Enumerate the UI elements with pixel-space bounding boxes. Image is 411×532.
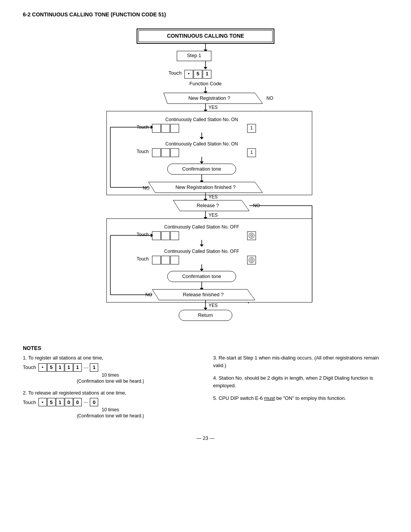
note-1-keys: • 5 1 1 1 ··· 1 — [38, 363, 99, 372]
svg-rect-29 — [161, 124, 170, 133]
note-2-touch-label: Touch — [23, 399, 36, 405]
svg-text:Touch: Touch — [137, 149, 149, 154]
svg-text:YES: YES — [209, 194, 218, 200]
svg-text:Release finished ?: Release finished ? — [183, 292, 224, 297]
svg-rect-73 — [170, 232, 179, 240]
svg-text:New Registration finished ?: New Registration finished ? — [175, 184, 236, 190]
svg-text:YES: YES — [209, 105, 218, 110]
note-5: 5. CPU DIP switch E-6 must be "ON" to em… — [213, 395, 388, 402]
svg-marker-101 — [204, 308, 207, 310]
svg-marker-8 — [204, 67, 207, 69]
key-1d: 1 — [90, 363, 98, 372]
note-4: 4. Station No. should be 2 digits in len… — [213, 374, 388, 389]
svg-rect-81 — [152, 256, 161, 264]
svg-text:NO: NO — [266, 96, 273, 101]
page-header: 6-2 CONTINUOUS CALLING TONE (FUNCTION CO… — [23, 11, 388, 18]
svg-text:Continuously Called Station No: Continuously Called Station No. OFF — [164, 249, 239, 254]
svg-text:5: 5 — [196, 71, 199, 77]
key-dot: • — [38, 363, 47, 372]
notes-left-col: 1. To register all stations at one time,… — [23, 354, 198, 424]
notes-section: NOTES 1. To register all stations at one… — [23, 345, 388, 424]
key-dot2: • — [38, 398, 47, 406]
svg-text:Confirmation tone: Confirmation tone — [182, 166, 221, 172]
note-2-keys: • 5 1 0 0 ··· 0 — [38, 398, 99, 406]
svg-rect-82 — [161, 256, 170, 264]
svg-text:Confirmation tone: Confirmation tone — [182, 273, 221, 279]
key-1b: 1 — [65, 363, 73, 372]
svg-text:Touch: Touch — [169, 70, 182, 76]
key-dots2: ··· — [84, 399, 88, 405]
svg-text:1: 1 — [250, 150, 253, 155]
svg-rect-83 — [170, 256, 179, 264]
flowchart-diagram: CONTINUOUS CALLING TONE Step 1 Touch • 5… — [61, 25, 350, 337]
note-1-touch: Touch • 5 1 1 1 ··· 1 — [23, 363, 198, 372]
svg-text:CONTINUOUS  CALLING  TONE: CONTINUOUS CALLING TONE — [167, 33, 244, 39]
svg-text:0: 0 — [250, 233, 253, 238]
svg-text:1: 1 — [206, 71, 208, 77]
note-3: 3. Re-start at Step 1 when mis-dialing o… — [213, 354, 388, 369]
svg-rect-72 — [161, 232, 170, 240]
note-1-text: 1. To register all stations at one time, — [23, 354, 198, 362]
svg-text:Step 1: Step 1 — [187, 53, 201, 58]
svg-text:New Registration ?: New Registration ? — [188, 95, 230, 101]
svg-rect-38 — [161, 149, 170, 157]
svg-text:Continuously Called Station No: Continuously Called Station No. OFF — [164, 224, 239, 230]
svg-text:Continuously Called Station No: Continuously Called Station No. ON — [166, 141, 238, 147]
svg-rect-28 — [152, 124, 161, 133]
key-1a: 1 — [56, 363, 64, 372]
svg-text:Touch: Touch — [137, 232, 149, 237]
note-4-text: 4. Station No. should be 2 digits in len… — [213, 374, 388, 389]
note-2-paren: (Confirmation tone will be heard.) — [23, 413, 198, 419]
svg-rect-39 — [170, 149, 179, 157]
note-2-sub: 10 times — [23, 407, 198, 412]
key-1e: 1 — [56, 398, 64, 406]
note-2: 2. To release all registered stations at… — [23, 389, 198, 419]
note-5-underline: must — [264, 395, 275, 401]
svg-text:Return: Return — [198, 312, 213, 318]
svg-text:YES: YES — [209, 212, 218, 218]
notes-right-col: 3. Re-start at Step 1 when mis-dialing o… — [213, 354, 388, 424]
key-0b: 0 — [73, 398, 82, 406]
svg-rect-37 — [152, 149, 161, 157]
key-dots: ··· — [84, 364, 88, 371]
svg-text:YES: YES — [209, 303, 218, 308]
note-1-sub: 10 times — [23, 372, 198, 378]
notes-title: NOTES — [23, 345, 388, 351]
svg-text:0: 0 — [250, 258, 253, 262]
notes-grid: 1. To register all stations at one time,… — [23, 354, 388, 424]
svg-text:1: 1 — [250, 125, 253, 131]
key-1c: 1 — [73, 363, 82, 372]
note-1: 1. To register all stations at one time,… — [23, 354, 198, 384]
key-0a: 0 — [65, 398, 73, 406]
svg-text:Release ?: Release ? — [197, 203, 219, 208]
key-5b: 5 — [47, 398, 56, 406]
page-number: — 23 — — [23, 435, 388, 441]
note-2-text: 2. To release all registered stations at… — [23, 389, 198, 397]
note-5-text: 5. CPU DIP switch E-6 must be "ON" to em… — [213, 395, 388, 402]
key-5: 5 — [47, 363, 56, 372]
svg-rect-71 — [152, 232, 161, 240]
note-2-touch: Touch • 5 1 0 0 ··· 0 — [23, 398, 198, 406]
svg-text:Touch: Touch — [137, 256, 149, 262]
note-1-touch-label: Touch — [23, 364, 36, 370]
svg-rect-30 — [170, 124, 179, 133]
key-0c: 0 — [90, 398, 98, 406]
note-3-text: 3. Re-start at Step 1 when mis-dialing o… — [213, 354, 388, 369]
svg-text:•: • — [188, 71, 190, 77]
svg-text:Continuously Called Station No: Continuously Called Station No. ON — [166, 117, 238, 122]
note-1-paren: (Confirmation tone will be heard.) — [23, 379, 198, 384]
svg-text:NO: NO — [143, 185, 150, 191]
svg-text:Function  Code: Function Code — [190, 81, 222, 86]
